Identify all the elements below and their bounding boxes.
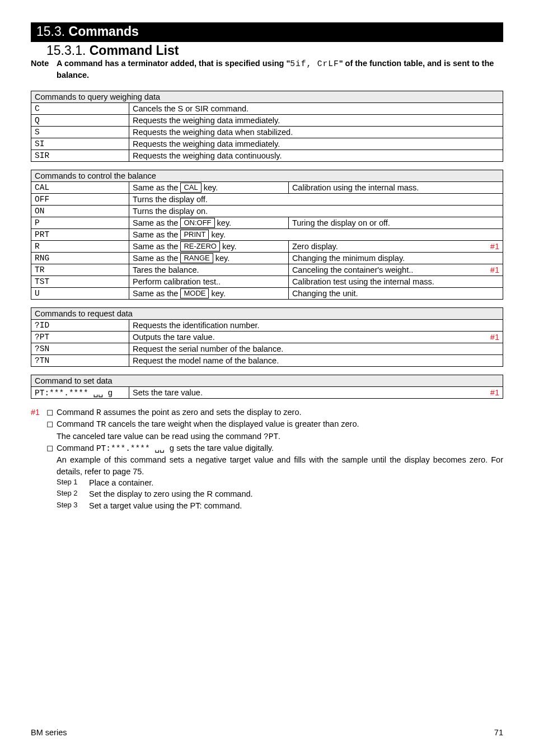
range-key: RANGE — [180, 253, 213, 263]
table-row: ?SNRequest the serial number of the bala… — [31, 343, 503, 355]
tag-ref: #1 — [490, 242, 499, 251]
table-query: Commands to query weighing data CCancels… — [31, 91, 503, 162]
table-row: CCancels the S or SIR command. — [31, 103, 503, 115]
table-row: TR Tares the balance. Canceling the cont… — [31, 264, 503, 276]
table-row: P Same as the ON:OFF key. Turing the dis… — [31, 217, 503, 229]
tag-ref: #1 — [490, 333, 499, 342]
tag-ref: #1 — [31, 407, 46, 418]
footnote-item: #1 ◻ Command R assumes the point as zero… — [31, 407, 503, 418]
bullet-icon: ◻ — [46, 407, 57, 418]
table-control: Commands to control the balance CAL Same… — [31, 170, 503, 300]
table-row: R Same as the RE-ZERO key. Zero display.… — [31, 241, 503, 253]
table-title: Command to set data — [31, 375, 503, 387]
table-row: U Same as the MODE key. Changing the uni… — [31, 288, 503, 300]
table-row: TST Perform calibration test.. Calibrati… — [31, 276, 503, 288]
table-request: Commands to request data ?IDRequests the… — [31, 307, 503, 367]
mode-key: MODE — [180, 288, 209, 298]
footnote-item: ◻ Command PT:***.**** ␣␣ g sets the tare… — [31, 442, 503, 477]
table-row: PRT Same as the PRINT key. — [31, 229, 503, 241]
footnotes: #1 ◻ Command R assumes the point as zero… — [31, 407, 503, 511]
table-row: OFFTurns the display off. — [31, 194, 503, 206]
step-item: Step 3Set a target value using the PT: c… — [57, 500, 503, 511]
tag-ref: #1 — [490, 388, 499, 397]
step-item: Step 1Place a container. — [57, 477, 503, 488]
note-block: Note A command has a terminator added, t… — [31, 58, 503, 81]
table-set: Command to set data PT:***.**** ␣␣ g Set… — [31, 375, 503, 399]
table-title: Commands to request data — [31, 308, 503, 320]
onoff-key: ON:OFF — [180, 218, 214, 228]
steps-list: Step 1Place a container. Step 2Set the d… — [31, 477, 503, 511]
subsection-title: Command List — [90, 43, 179, 58]
table-row: ?IDRequests the identification number. — [31, 320, 503, 332]
table-title: Commands to query weighing data — [31, 91, 503, 103]
table-row: SIRequests the weighing data immediately… — [31, 138, 503, 150]
section-number: 15.3. — [36, 24, 65, 39]
step-item: Step 2Set the display to zero using the … — [57, 488, 503, 500]
table-row: CAL Same as the CAL key. Calibration usi… — [31, 182, 503, 194]
section-header: 15.3. Commands — [31, 22, 503, 42]
subsection-number: 15.3.1. — [46, 43, 86, 58]
bullet-icon: ◻ — [46, 418, 57, 442]
table-row: ONTurns the display on. — [31, 206, 503, 217]
table-row: SIRRequests the weighing data continuous… — [31, 150, 503, 162]
table-row: SRequests the weighing data when stabili… — [31, 127, 503, 138]
cal-key: CAL — [180, 183, 201, 193]
table-title: Commands to control the balance — [31, 170, 503, 182]
note-label: Note — [31, 58, 54, 69]
tag-ref: #1 — [490, 265, 499, 274]
table-row: ?TNRequest the model name of the balance… — [31, 355, 503, 367]
note-text: A command has a terminator added, that i… — [57, 58, 502, 81]
subsection-header: 15.3.1. Command List — [46, 43, 503, 58]
bullet-icon: ◻ — [46, 442, 57, 477]
print-key: PRINT — [180, 230, 209, 240]
section-title: Commands — [69, 24, 139, 39]
table-row: PT:***.**** ␣␣ g Sets the tare value.#1 — [31, 387, 503, 399]
table-row: QRequests the weighing data immediately. — [31, 115, 503, 127]
footnote-item: ◻ Command TR cancels the tare weight whe… — [31, 418, 503, 442]
table-row: RNG Same as the RANGE key. Changing the … — [31, 253, 503, 264]
table-row: ?PT Outputs the tare value.#1 — [31, 332, 503, 343]
note-segment: 5if, CrLF — [290, 59, 339, 68]
rezero-key: RE-ZERO — [180, 241, 220, 251]
